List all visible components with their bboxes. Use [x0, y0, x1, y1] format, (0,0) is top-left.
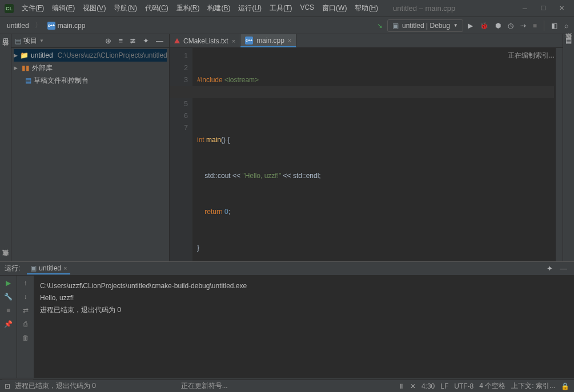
hide-icon[interactable]: — [557, 263, 569, 274]
hammer-icon[interactable]: ↘ [375, 19, 385, 32]
close-icon[interactable]: × [63, 265, 67, 272]
run-config-label: untitled | Debug [402, 22, 450, 30]
attach-icon[interactable]: ⇢ [518, 19, 528, 32]
lock-icon[interactable]: 🔒 [561, 382, 569, 390]
tab-label: CMakeLists.txt [183, 37, 228, 45]
library-icon: ▮▮ [22, 64, 30, 72]
project-panel-header: ▤ 项目 ▼ ⊕ ≡ ≢ ✦ — [11, 34, 169, 48]
chevron-down-icon: ▼ [453, 23, 458, 28]
chevron-right-icon: ▶ [14, 52, 18, 58]
tree-label: 草稿文件和控制台 [34, 76, 89, 86]
rerun-icon[interactable]: ▶ [6, 279, 11, 287]
run-configuration-selector[interactable]: ▣ untitled | Debug ▼ [387, 19, 463, 32]
status-right: ⏸ ✕ 4:30 LF UTF-8 4 个空格 上下文: 索引... 🔒 [398, 381, 569, 391]
run-body: ▶ 🔧 ■ 📌 ↑ ↓ ⇄ ⎙ 🗑 C:\Users\uzzf\CLionPro… [0, 276, 574, 378]
status-message: 进程已结束，退出代码为 0 [15, 381, 96, 391]
console-line: 进程已结束，退出代码为 0 [40, 304, 568, 316]
context-label[interactable]: 上下文: 索引... [511, 381, 555, 391]
run-title: 运行: [5, 264, 20, 273]
print-icon[interactable]: ⎙ [23, 320, 27, 328]
up-icon[interactable]: ↑ [24, 279, 27, 287]
indent-label[interactable]: 4 个空格 [479, 381, 505, 391]
locate-icon[interactable]: ⊕ [103, 35, 114, 46]
git-icon[interactable]: ◧ [549, 19, 560, 32]
target-icon: ▣ [30, 264, 37, 272]
cmake-icon [174, 38, 180, 43]
coverage-icon[interactable]: ⬢ [493, 19, 503, 32]
cursor-position[interactable]: 4:30 [422, 382, 435, 390]
line-separator[interactable]: LF [440, 382, 448, 390]
window-title: untitled – main.cpp [393, 4, 519, 13]
main-split: ⊞ 结构 收藏夹 ▤ 项目 ▼ ⊕ ≡ ≢ ✦ — ▶ 📁 untitled C… [0, 34, 574, 261]
menu-navigate[interactable]: 导航(N) [110, 1, 141, 15]
database-icon[interactable]: ▤ [565, 37, 572, 45]
tree-root[interactable]: ▶ 📁 untitled C:\Users\uzzf\CLionProjects… [14, 49, 167, 62]
chevron-right-icon: 〉 [35, 21, 42, 30]
tree-scratches[interactable]: ▤ 草稿文件和控制台 [14, 74, 167, 87]
chevron-down-icon[interactable]: ▼ [39, 38, 44, 43]
wrap-icon[interactable]: ⇄ [23, 306, 29, 314]
project-tree: ▶ 📁 untitled C:\Users\uzzf\CLionProjects… [11, 48, 169, 88]
breadcrumb: untitled 〉 c++ main.cpp [3, 21, 89, 31]
cpp-file-icon: c++ [47, 22, 55, 30]
hide-icon[interactable]: — [154, 35, 166, 46]
minimize-button[interactable]: ─ [519, 3, 531, 14]
file-encoding[interactable]: UTF-8 [454, 382, 473, 390]
main-menu: 文件(F) 编辑(E) 视图(V) 导航(N) 代码(C) 重构(R) 构建(B… [18, 1, 382, 15]
console-line: Hello, uzzf! [40, 292, 568, 304]
toolbar-right: ↘ ▣ untitled | Debug ▼ ▶ 🐞 ⬢ ◷ ⇢ ■ ◧ ⌕ [375, 19, 571, 32]
tab-label: main.cpp [256, 37, 284, 45]
editor: CMakeLists.txt × c++ main.cpp × 123 4567… [170, 34, 563, 261]
down-icon[interactable]: ↓ [24, 293, 27, 301]
clear-icon[interactable]: 🗑 [22, 334, 29, 342]
toolwindow-icon[interactable]: ⊡ [5, 382, 10, 390]
window-controls: ─ ☐ ✕ [519, 3, 567, 14]
console-output[interactable]: C:\Users\uzzf\CLionProjects\untitled\cma… [34, 276, 574, 378]
line-gutter: 123 4567 [170, 48, 192, 261]
search-icon[interactable]: ⌕ [562, 19, 571, 32]
gear-icon[interactable]: ✦ [141, 35, 151, 46]
stop-icon[interactable]: 🔧 [4, 293, 13, 301]
expand-icon[interactable]: ≡ [116, 35, 125, 46]
menu-edit[interactable]: 编辑(E) [49, 1, 78, 15]
run-tab-untitled[interactable]: ▣ untitled × [27, 263, 70, 274]
menu-code[interactable]: 代码(C) [142, 1, 172, 15]
close-icon[interactable]: × [288, 37, 291, 44]
menu-refactor[interactable]: 重构(R) [173, 1, 203, 15]
tab-main-cpp[interactable]: c++ main.cpp × [240, 34, 296, 47]
menu-run[interactable]: 运行(U) [235, 1, 265, 15]
crumb-project[interactable]: untitled [3, 21, 33, 31]
close-button[interactable]: ✕ [556, 3, 567, 14]
close-icon[interactable]: × [232, 38, 235, 45]
folder-icon: ▤ [15, 37, 21, 45]
tree-path: C:\Users\uzzf\CLionProjects\untitled [58, 51, 167, 59]
run-header: 运行: ▣ untitled × ✦ — [0, 262, 574, 276]
profile-icon[interactable]: ◷ [505, 19, 516, 32]
menu-file[interactable]: 文件(F) [18, 1, 47, 15]
tab-cmakelists[interactable]: CMakeLists.txt × [170, 34, 240, 47]
pin-icon[interactable]: 📌 [4, 320, 13, 328]
collapse-icon[interactable]: ≢ [127, 35, 138, 46]
titlebar: CL 文件(F) 编辑(E) 视图(V) 导航(N) 代码(C) 重构(R) 构… [0, 0, 574, 17]
bug-icon[interactable]: 🐞 [477, 19, 491, 32]
menu-window[interactable]: 窗口(W) [319, 1, 350, 15]
menu-view[interactable]: 视图(V) [79, 1, 109, 15]
stop-icon[interactable]: ■ [6, 306, 10, 314]
menu-build[interactable]: 构建(B) [204, 1, 234, 15]
code-area[interactable]: 123 4567 #include <iostream> int main() … [170, 48, 563, 261]
code-content[interactable]: #include <iostream> int main() { std::co… [192, 48, 563, 261]
stop-icon[interactable]: ■ [531, 19, 539, 32]
close-icon[interactable]: ✕ [410, 382, 416, 390]
crumb-file[interactable]: c++ main.cpp [44, 21, 89, 31]
play-icon[interactable]: ▶ [465, 19, 475, 32]
menu-vcs[interactable]: VCS [296, 1, 318, 15]
chevron-right-icon: ▶ [14, 65, 19, 71]
maximize-button[interactable]: ☐ [537, 3, 549, 14]
tree-ext-libs[interactable]: ▶ ▮▮ 外部库 [14, 62, 167, 74]
toolwindow-icon[interactable]: ⊞ [3, 37, 9, 45]
pause-icon[interactable]: ⏸ [398, 382, 404, 390]
menu-tools[interactable]: 工具(T) [266, 1, 295, 15]
gear-icon[interactable]: ✦ [544, 263, 555, 274]
project-panel-title: 项目 [23, 36, 37, 46]
menu-help[interactable]: 帮助(H) [351, 1, 382, 15]
